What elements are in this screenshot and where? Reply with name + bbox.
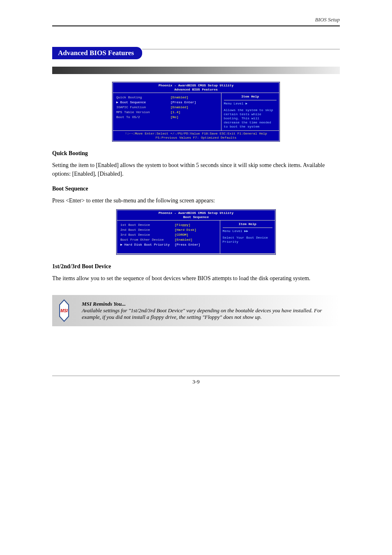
bios-screenshot-boot-sequence: Phoenix - AwardBIOS CMOS Setup Utility B… — [116, 209, 276, 255]
page-header: BIOS Setup — [52, 16, 340, 26]
bios2-help-menu-level: Menu Level ▶▶ — [223, 229, 272, 233]
bios-option-value: [No] — [171, 115, 196, 119]
bios-option-label: 2nd Boot Device — [120, 228, 174, 232]
bios-option-label: ▶ Hard Disk Boot Priority — [120, 243, 174, 247]
bios2-title: Phoenix - AwardBIOS CMOS Setup Utility B… — [117, 210, 275, 220]
bios2-options-pane: 1st Boot Device[Floppy]2nd Boot Device[H… — [117, 221, 220, 253]
running-head: BIOS Setup — [52, 16, 340, 23]
bios-option-row: MPS Table Version[1.4] — [116, 110, 196, 114]
bios-option-value: [Floppy] — [175, 223, 200, 227]
bios-option-label: Boot From Other Device — [120, 238, 174, 242]
help-heading: Item Help — [224, 95, 277, 100]
bios-option-value: [Enabled] — [171, 95, 196, 100]
bios-option-value: [Press Enter] — [171, 100, 196, 104]
svg-text:MSI: MSI — [60, 309, 68, 313]
help-body: Allows the system to skip certain tests … — [224, 108, 277, 129]
bios-footer-line2: F5:Previous Values F7: Optimized Default… — [156, 136, 237, 139]
section-heading-row: Advanced BIOS Features — [52, 39, 340, 59]
section-heading: Advanced BIOS Features — [52, 47, 142, 59]
note-text: Available settings for "1st/2nd/3rd Boot… — [82, 307, 322, 320]
bios-option-value: [CDROM] — [175, 233, 200, 237]
bios2-options-table: 1st Boot Device[Floppy]2nd Boot Device[H… — [120, 222, 201, 248]
bios-option-value: [1.4] — [171, 110, 196, 114]
bios-option-row: 2nd Boot Device[Hard Disk] — [120, 228, 200, 232]
bios2-help-heading: Item Help — [223, 222, 272, 228]
bios-options-pane: Quick Booting[Enabled]▶ Boot Sequence[Pr… — [113, 93, 221, 130]
bios-option-label: 1st Boot Device — [120, 223, 174, 227]
bios-title-1: Phoenix - AwardBIOS CMOS Setup Utility A… — [113, 83, 279, 93]
bios-title-line2: Advanced BIOS Features — [174, 88, 218, 91]
bios-option-row: 3rd Boot Device[CDROM] — [120, 233, 200, 237]
boot-device-heading: 1st/2nd/3rd Boot Device — [52, 263, 340, 270]
bios2-help-body: Select Your Boot Device Priority — [223, 236, 272, 244]
bios-option-value: [Enabled] — [171, 105, 196, 109]
quick-booting-text: Setting the item to [Enabled] allows the… — [52, 161, 340, 178]
gradient-divider — [52, 67, 340, 74]
bios-option-value: [Enabled] — [175, 238, 200, 242]
note-box: MSI MSI Reminds You... Available setting… — [52, 295, 340, 326]
bios-option-row: Boot From Other Device[Enabled] — [120, 238, 200, 242]
bios-option-row: Boot To OS/2[No] — [116, 115, 196, 119]
bios2-title-line1: Phoenix - AwardBIOS CMOS Setup Utility — [159, 211, 233, 215]
bios-footer-line1: ↑↓←→:Move Enter:Select +/-/PU/PD:Value F… — [125, 132, 267, 135]
boot-device-text: The items allow you to set the sequence … — [52, 274, 340, 283]
bios-option-label: 3rd Boot Device — [120, 233, 174, 237]
bios-help-pane: Item Help Menu Level ▶ Allows the system… — [221, 93, 279, 130]
bios-option-row: ▶ Hard Disk Boot Priority[Press Enter] — [120, 243, 200, 247]
bios-footer: ↑↓←→:Move Enter:Select +/-/PU/PD:Value F… — [113, 131, 279, 141]
bios-option-row: ▶ Boot Sequence[Press Enter] — [116, 100, 196, 104]
bios-option-label: Boot To OS/2 — [116, 115, 170, 119]
bios-screenshot-advanced: Phoenix - AwardBIOS CMOS Setup Utility A… — [112, 81, 280, 142]
bios-option-label: ▶ Boot Sequence — [116, 100, 170, 104]
bios-option-row: Quick Booting[Enabled] — [116, 95, 196, 100]
bios-option-label: IOAPIC Function — [116, 105, 170, 109]
quick-booting-heading: Quick Booting — [52, 150, 340, 157]
bios-title-line1: Phoenix - AwardBIOS CMOS Setup Utility — [159, 84, 233, 87]
bios-option-value: [Hard Disk] — [175, 228, 200, 232]
note-heading: MSI Reminds You... — [82, 301, 126, 307]
bios-option-label: MPS Table Version — [116, 110, 170, 114]
bios2-help-pane: Item Help Menu Level ▶▶ Select Your Boot… — [220, 221, 275, 253]
bios-options-table: Quick Booting[Enabled]▶ Boot Sequence[Pr… — [115, 95, 197, 120]
bios-option-label: Quick Booting — [116, 95, 170, 100]
bios-option-row: IOAPIC Function[Enabled] — [116, 105, 196, 109]
boot-sequence-text: Press <Enter> to enter the sub-menu and … — [52, 196, 340, 205]
bios-option-value: [Press Enter] — [175, 243, 200, 247]
footer-page-number: 3-9 — [52, 376, 340, 385]
bios-option-row: 1st Boot Device[Floppy] — [120, 223, 200, 227]
bios2-title-line2: Boot Sequence — [183, 215, 209, 219]
heading-rule — [142, 49, 340, 49]
msi-logo-icon: MSI — [55, 299, 74, 322]
boot-sequence-heading: Boot Sequence — [52, 186, 340, 192]
help-menu-level: Menu Level ▶ — [224, 102, 277, 106]
